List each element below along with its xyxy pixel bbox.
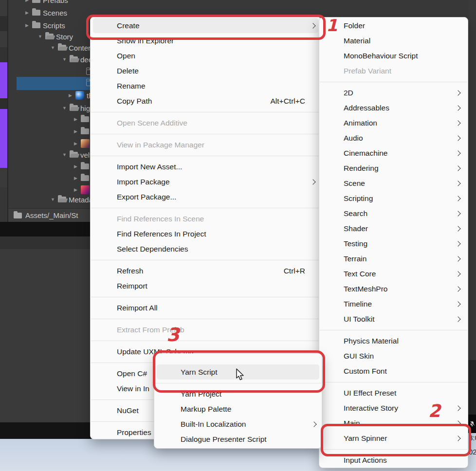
tree-item-story[interactable]: ▼ Story <box>37 31 73 42</box>
tree-item-metada[interactable]: ▼ Metada <box>50 194 93 205</box>
menu-item-refresh[interactable]: Refresh Ctrl+R <box>91 263 321 278</box>
menu-item-ui-toolkit[interactable]: UI Toolkit <box>319 311 468 326</box>
submenu-chevron-icon <box>455 286 460 291</box>
menu-item-timeline[interactable]: Timeline <box>319 296 468 311</box>
disclosure-triangle-icon[interactable]: ▼ <box>50 45 55 50</box>
disclosure-triangle-icon[interactable]: ▼ <box>62 152 67 157</box>
menu-item-reimport-all[interactable]: Reimport All <box>91 300 321 315</box>
submenu-chevron-icon <box>455 316 460 322</box>
menu-item-scene[interactable]: Scene <box>319 176 468 191</box>
menu-item-dialogue-presenter-script[interactable]: Dialogue Presenter Script <box>154 432 322 447</box>
submenu-chevron-icon <box>455 420 460 426</box>
tree-item-scenes[interactable]: ▶ Scenes <box>24 7 67 18</box>
menu-item-text-core[interactable]: Text Core <box>319 266 468 281</box>
menu-item-material[interactable]: Material <box>319 33 468 48</box>
disclosure-triangle-icon[interactable]: ▶ <box>24 23 30 28</box>
menu-item-animation[interactable]: Animation <box>319 115 468 130</box>
menu-item-show-in-explorer[interactable]: Show in Explorer <box>91 33 321 48</box>
disclosure-triangle-icon[interactable]: ▶ <box>24 10 30 15</box>
menu-item-ui-effect-preset[interactable]: UI Effect Preset <box>319 385 468 400</box>
disclosure-triangle-icon[interactable]: ▼ <box>62 106 67 110</box>
menu-item-addressables[interactable]: Addressables <box>319 100 468 115</box>
menu-item-scripting[interactable]: Scripting <box>319 191 468 206</box>
menu-item-find-references-in-project[interactable]: Find References In Project <box>91 226 321 241</box>
menu-item-open[interactable]: Open <box>91 48 321 63</box>
menu-item-copy-path[interactable]: Copy Path Alt+Ctrl+C <box>91 93 321 109</box>
system-tray[interactable] <box>468 415 476 433</box>
tree-item-velv[interactable]: ▼ velv <box>62 149 93 161</box>
menu-item-delete[interactable]: Delete <box>91 63 321 78</box>
menu-item-extract-from-prefab[interactable]: Extract From Prefab <box>91 322 321 337</box>
menu-item-export-package[interactable]: Export Package... <box>91 189 321 204</box>
menu-item-reimport[interactable]: Reimport <box>91 278 321 293</box>
menu-item-yarn-spinner[interactable]: Yarn Spinner <box>319 431 468 446</box>
menu-item-search[interactable]: Search <box>319 206 468 221</box>
menu-item-find-references-in-scene[interactable]: Find References In Scene <box>91 211 321 226</box>
taskbar-clock-date[interactable]: 02 <box>469 448 476 456</box>
menu-item-shader[interactable]: Shader <box>319 221 468 236</box>
unity-editor-screenshot: ▶ Prefabs ▶ Scenes ▶ Scripts ▼ Story ▼ <box>0 0 476 471</box>
disclosure-triangle-icon[interactable]: ▼ <box>50 197 55 202</box>
strip-segment <box>0 16 7 31</box>
menu-separator <box>91 134 320 134</box>
menu-item-cinemachine[interactable]: Cinemachine <box>319 145 468 161</box>
menu-separator <box>91 208 320 208</box>
menu-item-custom-font[interactable]: Custom Font <box>319 363 468 379</box>
submenu-chevron-icon <box>455 135 460 141</box>
shortcut-label: Alt+Ctrl+C <box>271 97 306 106</box>
menu-item-rename[interactable]: Rename <box>91 78 321 93</box>
disclosure-triangle-icon[interactable]: ▶ <box>73 187 78 192</box>
submenu-chevron-icon <box>455 301 460 307</box>
menu-item-create[interactable]: Create <box>93 18 318 33</box>
asset-thumbnail-icon <box>75 91 84 100</box>
asset-thumbnail-icon <box>81 139 90 148</box>
strip-segment <box>0 0 7 16</box>
menu-item-input-actions[interactable]: Input Actions <box>319 453 468 468</box>
menu-item-textmeshpro[interactable]: TextMeshPro <box>319 281 468 296</box>
submenu-chevron-icon <box>455 271 460 276</box>
menu-item-view-in-package-manager[interactable]: View in Package Manager <box>91 137 321 152</box>
menu-item-built-in-localization[interactable]: Built-In Localization <box>154 417 322 432</box>
menu-item-monobehaviour-script[interactable]: MonoBehaviour Script <box>319 48 468 63</box>
menu-item-select-dependencies[interactable]: Select Dependencies <box>91 241 321 256</box>
menu-item-audio[interactable]: Audio <box>319 130 468 145</box>
disclosure-triangle-icon[interactable]: ▶ <box>24 0 30 2</box>
submenu-chevron-icon <box>455 211 460 216</box>
menu-item-physics-material[interactable]: Physics Material <box>319 333 468 348</box>
menu-item-terrain[interactable]: Terrain <box>319 251 468 266</box>
menu-item-testing[interactable]: Testing <box>319 236 468 251</box>
menu-item-main[interactable]: Main <box>319 416 468 431</box>
taskbar-clock-time[interactable]: 3:0 <box>469 434 476 442</box>
tree-item-conter[interactable]: ▼ Conter <box>50 42 91 54</box>
menu-item-markup-palette[interactable]: Markup Palette <box>154 401 322 417</box>
menu-item-gui-skin[interactable]: GUI Skin <box>319 348 468 363</box>
menu-item-prefab-variant[interactable]: Prefab Variant <box>319 63 468 78</box>
disclosure-triangle-icon[interactable]: ▶ <box>73 129 78 134</box>
disclosure-triangle-icon[interactable]: ▶ <box>73 176 78 181</box>
strip-segment-selected-purple <box>0 109 7 168</box>
menu-item-open-scene-additive[interactable]: Open Scene Additive <box>91 115 321 130</box>
menu-item-import-package[interactable]: Import Package <box>91 174 321 189</box>
tree-item-prefabs[interactable]: ▶ Prefabs <box>24 0 68 6</box>
tree-item-th[interactable]: ▶ th <box>68 90 93 101</box>
disclosure-triangle-icon[interactable]: ▶ <box>73 141 78 146</box>
disclosure-triangle-icon[interactable]: ▶ <box>73 164 78 169</box>
menu-item-yarn-project[interactable]: Yarn Project <box>154 386 322 401</box>
menu-item-interactive-story[interactable]: Interactive Story <box>319 400 468 416</box>
menu-item-rendering[interactable]: Rendering <box>319 161 468 176</box>
tree-item-dee[interactable]: ▼ dee <box>62 54 92 65</box>
folder-icon <box>32 0 40 3</box>
menu-item-folder[interactable]: Folder <box>319 18 468 33</box>
disclosure-triangle-icon[interactable]: ▼ <box>37 34 43 39</box>
tree-item-scripts[interactable]: ▶ Scripts <box>24 19 65 31</box>
menu-item-2d[interactable]: 2D <box>319 85 468 100</box>
folder-icon <box>70 56 78 62</box>
menu-item-import-new-asset[interactable]: Import New Asset... <box>91 159 321 174</box>
tree-item-high[interactable]: ▼ high <box>62 102 94 114</box>
disclosure-triangle-icon[interactable]: ▼ <box>62 57 67 62</box>
shortcut-label: Ctrl+R <box>284 267 305 275</box>
disclosure-triangle-icon[interactable]: ▶ <box>73 117 78 122</box>
folder-icon <box>32 10 40 16</box>
folder-icon <box>81 128 89 134</box>
disclosure-triangle-icon[interactable]: ▶ <box>68 93 73 98</box>
